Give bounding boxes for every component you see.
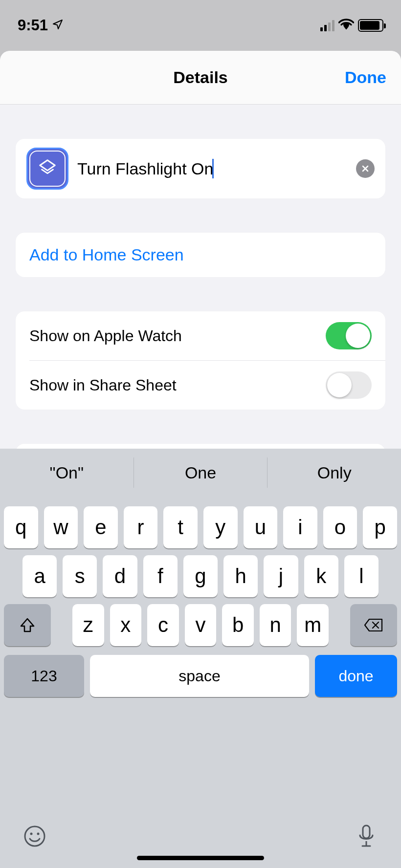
key-t[interactable]: t (163, 506, 198, 548)
battery-icon (358, 19, 383, 32)
key-k[interactable]: k (304, 555, 338, 597)
location-icon (52, 17, 64, 34)
shortcut-name-card: Turn Flashlight On (16, 139, 385, 198)
status-right (320, 19, 383, 32)
key-i[interactable]: i (283, 506, 317, 548)
key-c[interactable]: c (147, 604, 179, 646)
suggestion-bar: "On" One Only (0, 449, 401, 497)
text-caret (212, 159, 214, 178)
key-n[interactable]: n (260, 604, 291, 646)
svg-point-0 (25, 826, 45, 846)
add-home-card: Add to Home Screen (16, 233, 385, 277)
key-q[interactable]: q (4, 506, 38, 548)
status-time: 9:51 (18, 17, 48, 34)
key-e[interactable]: e (84, 506, 118, 548)
key-s[interactable]: s (63, 555, 97, 597)
key-h[interactable]: h (223, 555, 258, 597)
key-r[interactable]: r (124, 506, 158, 548)
clear-text-button[interactable] (356, 159, 375, 178)
suggestion-0[interactable]: "On" (0, 449, 134, 497)
content-area: Turn Flashlight On Add to Home Screen Sh… (0, 139, 401, 488)
key-d[interactable]: d (103, 555, 137, 597)
key-f[interactable]: f (143, 555, 178, 597)
key-p[interactable]: p (363, 506, 397, 548)
svg-rect-3 (363, 825, 370, 838)
share-sheet-toggle[interactable] (326, 371, 372, 399)
shift-key[interactable] (4, 604, 51, 646)
key-o[interactable]: o (323, 506, 357, 548)
keyboard: "On" One Only q w e r t y u i o p a s d … (0, 449, 401, 868)
key-x[interactable]: x (110, 604, 142, 646)
status-bar: 9:51 (0, 0, 401, 51)
share-sheet-label: Show in Share Sheet (29, 376, 177, 394)
key-y[interactable]: y (203, 506, 238, 548)
key-row-2: a s d f g h j k l (0, 555, 401, 597)
key-row-4: 123 space done (0, 655, 401, 697)
shortcut-name-input[interactable]: Turn Flashlight On (77, 159, 347, 178)
suggestion-1[interactable]: One (134, 449, 267, 497)
cellular-icon (320, 20, 334, 31)
key-a[interactable]: a (22, 555, 57, 597)
keyboard-done-key[interactable]: done (315, 655, 397, 697)
key-row-3: z x c v b n m (0, 604, 401, 646)
key-w[interactable]: w (44, 506, 78, 548)
details-sheet: Details Done Turn Flashlight On Add to H… (0, 51, 401, 868)
key-b[interactable]: b (222, 604, 254, 646)
svg-point-1 (30, 833, 33, 835)
key-j[interactable]: j (264, 555, 298, 597)
suggestion-2[interactable]: Only (267, 449, 401, 497)
nav-bar: Details Done (0, 51, 401, 105)
numbers-key[interactable]: 123 (4, 655, 84, 697)
svg-point-2 (37, 833, 40, 835)
key-g[interactable]: g (183, 555, 218, 597)
key-row-1: q w e r t y u i o p (0, 506, 401, 548)
dictation-button[interactable] (353, 823, 379, 849)
space-key[interactable]: space (90, 655, 309, 697)
done-button[interactable]: Done (345, 51, 386, 104)
key-l[interactable]: l (344, 555, 379, 597)
page-title: Details (173, 68, 228, 87)
apple-watch-toggle[interactable] (326, 322, 372, 349)
shortcut-icon[interactable] (26, 148, 68, 190)
wifi-icon (338, 19, 354, 32)
key-u[interactable]: u (244, 506, 278, 548)
add-to-home-button[interactable]: Add to Home Screen (16, 233, 385, 277)
apple-watch-label: Show on Apple Watch (29, 327, 182, 345)
share-sheet-row: Show in Share Sheet (16, 361, 385, 410)
key-z[interactable]: z (72, 604, 104, 646)
shortcut-name-text: Turn Flashlight On (77, 159, 213, 178)
toggles-card: Show on Apple Watch Show in Share Sheet (16, 311, 385, 410)
backspace-key[interactable] (350, 604, 397, 646)
status-left: 9:51 (18, 17, 64, 34)
apple-watch-row: Show on Apple Watch (16, 311, 385, 360)
emoji-button[interactable] (22, 823, 48, 849)
key-v[interactable]: v (185, 604, 217, 646)
shortcut-name-row: Turn Flashlight On (16, 139, 385, 198)
key-m[interactable]: m (297, 604, 329, 646)
home-indicator[interactable] (137, 856, 264, 860)
